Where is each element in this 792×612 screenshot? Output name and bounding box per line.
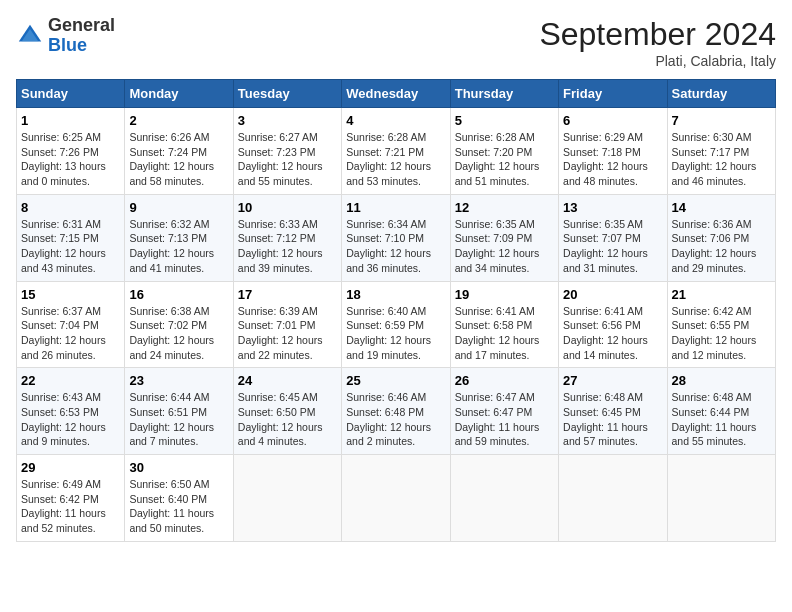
title-area: September 2024 Plati, Calabria, Italy (539, 16, 776, 69)
calendar-cell: 4Sunrise: 6:28 AM Sunset: 7:21 PM Daylig… (342, 108, 450, 195)
day-info: Sunrise: 6:33 AM Sunset: 7:12 PM Dayligh… (238, 217, 337, 276)
calendar-cell: 3Sunrise: 6:27 AM Sunset: 7:23 PM Daylig… (233, 108, 341, 195)
day-number: 16 (129, 287, 228, 302)
calendar-cell: 9Sunrise: 6:32 AM Sunset: 7:13 PM Daylig… (125, 194, 233, 281)
calendar-cell: 24Sunrise: 6:45 AM Sunset: 6:50 PM Dayli… (233, 368, 341, 455)
day-info: Sunrise: 6:34 AM Sunset: 7:10 PM Dayligh… (346, 217, 445, 276)
day-header-monday: Monday (125, 80, 233, 108)
day-info: Sunrise: 6:46 AM Sunset: 6:48 PM Dayligh… (346, 390, 445, 449)
calendar-cell: 23Sunrise: 6:44 AM Sunset: 6:51 PM Dayli… (125, 368, 233, 455)
day-number: 26 (455, 373, 554, 388)
day-info: Sunrise: 6:38 AM Sunset: 7:02 PM Dayligh… (129, 304, 228, 363)
calendar-cell (342, 455, 450, 542)
day-info: Sunrise: 6:47 AM Sunset: 6:47 PM Dayligh… (455, 390, 554, 449)
day-number: 3 (238, 113, 337, 128)
calendar-cell: 22Sunrise: 6:43 AM Sunset: 6:53 PM Dayli… (17, 368, 125, 455)
calendar-cell (233, 455, 341, 542)
calendar-cell: 20Sunrise: 6:41 AM Sunset: 6:56 PM Dayli… (559, 281, 667, 368)
day-info: Sunrise: 6:50 AM Sunset: 6:40 PM Dayligh… (129, 477, 228, 536)
day-number: 29 (21, 460, 120, 475)
day-number: 27 (563, 373, 662, 388)
day-number: 23 (129, 373, 228, 388)
day-number: 21 (672, 287, 771, 302)
day-info: Sunrise: 6:32 AM Sunset: 7:13 PM Dayligh… (129, 217, 228, 276)
day-number: 9 (129, 200, 228, 215)
location-subtitle: Plati, Calabria, Italy (539, 53, 776, 69)
day-info: Sunrise: 6:28 AM Sunset: 7:20 PM Dayligh… (455, 130, 554, 189)
day-info: Sunrise: 6:31 AM Sunset: 7:15 PM Dayligh… (21, 217, 120, 276)
day-info: Sunrise: 6:48 AM Sunset: 6:45 PM Dayligh… (563, 390, 662, 449)
day-info: Sunrise: 6:30 AM Sunset: 7:17 PM Dayligh… (672, 130, 771, 189)
day-number: 24 (238, 373, 337, 388)
calendar-cell: 17Sunrise: 6:39 AM Sunset: 7:01 PM Dayli… (233, 281, 341, 368)
calendar-cell: 25Sunrise: 6:46 AM Sunset: 6:48 PM Dayli… (342, 368, 450, 455)
logo: General Blue (16, 16, 115, 56)
logo-general-text: General (48, 15, 115, 35)
calendar-week-5: 29Sunrise: 6:49 AM Sunset: 6:42 PM Dayli… (17, 455, 776, 542)
day-header-tuesday: Tuesday (233, 80, 341, 108)
day-info: Sunrise: 6:35 AM Sunset: 7:07 PM Dayligh… (563, 217, 662, 276)
day-info: Sunrise: 6:37 AM Sunset: 7:04 PM Dayligh… (21, 304, 120, 363)
day-info: Sunrise: 6:43 AM Sunset: 6:53 PM Dayligh… (21, 390, 120, 449)
day-header-thursday: Thursday (450, 80, 558, 108)
day-info: Sunrise: 6:49 AM Sunset: 6:42 PM Dayligh… (21, 477, 120, 536)
day-info: Sunrise: 6:35 AM Sunset: 7:09 PM Dayligh… (455, 217, 554, 276)
day-number: 17 (238, 287, 337, 302)
day-header-wednesday: Wednesday (342, 80, 450, 108)
day-info: Sunrise: 6:41 AM Sunset: 6:58 PM Dayligh… (455, 304, 554, 363)
day-number: 14 (672, 200, 771, 215)
calendar-cell: 6Sunrise: 6:29 AM Sunset: 7:18 PM Daylig… (559, 108, 667, 195)
calendar-cell (667, 455, 775, 542)
day-info: Sunrise: 6:42 AM Sunset: 6:55 PM Dayligh… (672, 304, 771, 363)
calendar-cell: 5Sunrise: 6:28 AM Sunset: 7:20 PM Daylig… (450, 108, 558, 195)
logo-icon (16, 22, 44, 50)
month-title: September 2024 (539, 16, 776, 53)
calendar-cell (450, 455, 558, 542)
calendar-cell: 12Sunrise: 6:35 AM Sunset: 7:09 PM Dayli… (450, 194, 558, 281)
day-info: Sunrise: 6:27 AM Sunset: 7:23 PM Dayligh… (238, 130, 337, 189)
day-number: 1 (21, 113, 120, 128)
day-info: Sunrise: 6:48 AM Sunset: 6:44 PM Dayligh… (672, 390, 771, 449)
day-number: 6 (563, 113, 662, 128)
day-number: 30 (129, 460, 228, 475)
day-header-sunday: Sunday (17, 80, 125, 108)
day-info: Sunrise: 6:41 AM Sunset: 6:56 PM Dayligh… (563, 304, 662, 363)
calendar-cell: 16Sunrise: 6:38 AM Sunset: 7:02 PM Dayli… (125, 281, 233, 368)
calendar-cell: 2Sunrise: 6:26 AM Sunset: 7:24 PM Daylig… (125, 108, 233, 195)
calendar-cell: 1Sunrise: 6:25 AM Sunset: 7:26 PM Daylig… (17, 108, 125, 195)
calendar-cell: 27Sunrise: 6:48 AM Sunset: 6:45 PM Dayli… (559, 368, 667, 455)
day-info: Sunrise: 6:36 AM Sunset: 7:06 PM Dayligh… (672, 217, 771, 276)
calendar-cell: 29Sunrise: 6:49 AM Sunset: 6:42 PM Dayli… (17, 455, 125, 542)
calendar-week-2: 8Sunrise: 6:31 AM Sunset: 7:15 PM Daylig… (17, 194, 776, 281)
calendar-cell: 21Sunrise: 6:42 AM Sunset: 6:55 PM Dayli… (667, 281, 775, 368)
day-header-saturday: Saturday (667, 80, 775, 108)
day-number: 4 (346, 113, 445, 128)
calendar-cell: 8Sunrise: 6:31 AM Sunset: 7:15 PM Daylig… (17, 194, 125, 281)
day-number: 2 (129, 113, 228, 128)
days-header-row: SundayMondayTuesdayWednesdayThursdayFrid… (17, 80, 776, 108)
calendar-week-4: 22Sunrise: 6:43 AM Sunset: 6:53 PM Dayli… (17, 368, 776, 455)
page-header: General Blue September 2024 Plati, Calab… (16, 16, 776, 69)
day-number: 18 (346, 287, 445, 302)
day-number: 15 (21, 287, 120, 302)
day-info: Sunrise: 6:40 AM Sunset: 6:59 PM Dayligh… (346, 304, 445, 363)
day-number: 13 (563, 200, 662, 215)
day-info: Sunrise: 6:29 AM Sunset: 7:18 PM Dayligh… (563, 130, 662, 189)
calendar-cell: 26Sunrise: 6:47 AM Sunset: 6:47 PM Dayli… (450, 368, 558, 455)
calendar-cell (559, 455, 667, 542)
calendar-cell: 10Sunrise: 6:33 AM Sunset: 7:12 PM Dayli… (233, 194, 341, 281)
day-info: Sunrise: 6:26 AM Sunset: 7:24 PM Dayligh… (129, 130, 228, 189)
calendar-cell: 13Sunrise: 6:35 AM Sunset: 7:07 PM Dayli… (559, 194, 667, 281)
logo-blue-text: Blue (48, 35, 87, 55)
day-number: 10 (238, 200, 337, 215)
day-number: 20 (563, 287, 662, 302)
day-number: 11 (346, 200, 445, 215)
calendar-cell: 19Sunrise: 6:41 AM Sunset: 6:58 PM Dayli… (450, 281, 558, 368)
calendar-cell: 11Sunrise: 6:34 AM Sunset: 7:10 PM Dayli… (342, 194, 450, 281)
calendar-cell: 14Sunrise: 6:36 AM Sunset: 7:06 PM Dayli… (667, 194, 775, 281)
day-number: 19 (455, 287, 554, 302)
day-info: Sunrise: 6:44 AM Sunset: 6:51 PM Dayligh… (129, 390, 228, 449)
day-info: Sunrise: 6:45 AM Sunset: 6:50 PM Dayligh… (238, 390, 337, 449)
day-info: Sunrise: 6:28 AM Sunset: 7:21 PM Dayligh… (346, 130, 445, 189)
day-number: 22 (21, 373, 120, 388)
